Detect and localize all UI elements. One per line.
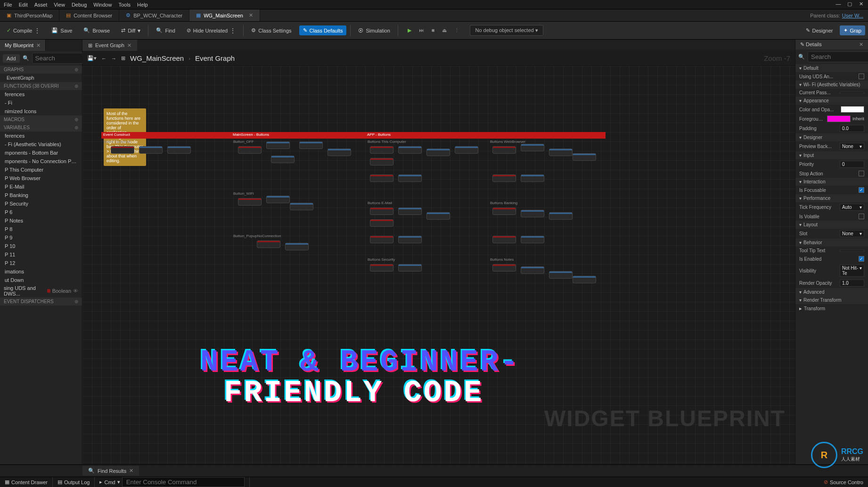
- bp-node[interactable]: [549, 149, 573, 156]
- tab-thirdperson[interactable]: ▣ ThirdPersonMap: [0, 9, 59, 21]
- bp-node[interactable]: [455, 146, 478, 154]
- tree-item[interactable]: P 8: [0, 225, 82, 233]
- functions-header[interactable]: FUNCTIONS (38 OVERRI⊕: [0, 82, 82, 90]
- bp-node[interactable]: [370, 158, 393, 165]
- tree-item[interactable]: ferences: [0, 132, 82, 140]
- checkbox[interactable]: [859, 214, 864, 219]
- add-button[interactable]: Add: [3, 54, 20, 63]
- tree-item[interactable]: P 11: [0, 250, 82, 259]
- step-button[interactable]: ⏭: [416, 25, 427, 35]
- dropdown[interactable]: None▾: [840, 143, 864, 150]
- bp-node[interactable]: [238, 198, 262, 206]
- tree-item[interactable]: nimized Icons: [0, 107, 82, 116]
- tree-item[interactable]: ut Down: [0, 276, 82, 284]
- visibility-icon[interactable]: 👁: [73, 288, 78, 294]
- back-button[interactable]: ←: [101, 56, 106, 61]
- region-bar[interactable]: APP - Buttons: [365, 132, 606, 139]
- detail-section-header[interactable]: ▾ Behavior: [795, 239, 868, 247]
- bp-node[interactable]: [370, 207, 393, 215]
- value-input[interactable]: 1.0: [840, 280, 864, 287]
- debug-object-select[interactable]: No debug object selected ▾: [470, 25, 543, 36]
- bp-node[interactable]: [111, 146, 134, 154]
- add-icon[interactable]: ⊕: [74, 299, 78, 304]
- macros-header[interactable]: MACROS⊕: [0, 116, 82, 124]
- bp-node[interactable]: [167, 146, 191, 154]
- tree-item[interactable]: mponents - Bottom Bar: [0, 149, 82, 157]
- bp-node[interactable]: [328, 149, 351, 156]
- bp-node[interactable]: [290, 203, 313, 210]
- variable-row[interactable]: sing UDS and DWS... Boolean 👁: [0, 284, 82, 297]
- add-icon[interactable]: ⊕: [74, 125, 78, 130]
- tree-item[interactable]: P Notes: [0, 216, 82, 225]
- bp-node[interactable]: [521, 236, 544, 243]
- checkbox[interactable]: [859, 171, 864, 176]
- close-icon[interactable]: ✕: [127, 42, 131, 49]
- tree-item[interactable]: P E-Mail: [0, 182, 82, 191]
- tab-contentbrowser[interactable]: ▤ Content Browser: [59, 9, 119, 21]
- bp-node[interactable]: [271, 156, 295, 163]
- close-icon[interactable]: ✕: [129, 468, 133, 474]
- menu-help[interactable]: Help: [137, 2, 148, 8]
- compile-button[interactable]: ✓Compile⋮: [3, 25, 44, 36]
- close-icon[interactable]: ✕: [859, 41, 863, 48]
- output-log-button[interactable]: ▤Output Log: [53, 477, 95, 487]
- bp-node[interactable]: [426, 149, 450, 156]
- color-swatch[interactable]: [827, 116, 851, 122]
- breadcrumb-asset[interactable]: WG_MainScreen: [130, 54, 184, 62]
- bp-node[interactable]: [398, 207, 422, 215]
- bp-node[interactable]: [426, 212, 450, 220]
- maximize-icon[interactable]: ▢: [846, 1, 853, 7]
- browse-button[interactable]: 🔍Browse: [80, 25, 114, 35]
- tab-bpcharacter[interactable]: ⚙ BP_WCW_Character: [119, 9, 189, 21]
- parent-class-value[interactable]: User W...: [842, 13, 863, 18]
- bp-node[interactable]: [238, 146, 262, 154]
- details-tab[interactable]: ✎ Details ✕: [795, 40, 868, 50]
- menu-file[interactable]: File: [4, 2, 12, 8]
- menu-debug[interactable]: Debug: [72, 2, 87, 8]
- bp-node[interactable]: [521, 174, 544, 182]
- graph-canvas[interactable]: Most of the functions here are considere…: [82, 66, 795, 464]
- tree-item[interactable]: P 12: [0, 259, 82, 267]
- bp-node[interactable]: [492, 207, 516, 215]
- tree-item[interactable]: P 10: [0, 242, 82, 250]
- breadcrumb-graph[interactable]: Event Graph: [195, 54, 235, 62]
- tab-mainscreen[interactable]: ▦ WG_MainScreen ✕: [189, 9, 260, 21]
- tree-item[interactable]: mponents - No Connection Popup: [0, 157, 82, 165]
- detail-section-header[interactable]: ▾ Interaction: [795, 178, 868, 186]
- value-input[interactable]: 0: [840, 161, 864, 168]
- play-options[interactable]: ⋮: [451, 25, 462, 35]
- source-control[interactable]: ⊘ Source Contro: [819, 477, 868, 487]
- tree-item[interactable]: P Security: [0, 199, 82, 208]
- stop-button[interactable]: ■: [429, 25, 438, 35]
- tree-item[interactable]: P This Computer: [0, 165, 82, 174]
- detail-section-header[interactable]: ▾ Advanced: [795, 288, 868, 296]
- tree-item[interactable]: P Web Browser: [0, 174, 82, 182]
- bp-node[interactable]: [521, 210, 544, 217]
- expand-icon[interactable]: ▸: [799, 305, 802, 312]
- bp-node[interactable]: [370, 264, 393, 272]
- detail-section-header[interactable]: ▾ Designer: [795, 133, 868, 141]
- menu-view[interactable]: View: [54, 2, 65, 8]
- class-defaults-button[interactable]: ✎Class Defaults: [299, 25, 347, 35]
- bp-node[interactable]: [492, 264, 516, 272]
- content-drawer-button[interactable]: ▦Content Drawer: [0, 477, 53, 487]
- bp-node[interactable]: [573, 276, 596, 283]
- tree-item-eventgraph[interactable]: EventGraph: [0, 74, 82, 82]
- designer-button[interactable]: ✎Designer: [802, 25, 837, 35]
- add-icon[interactable]: ⊕: [74, 117, 78, 122]
- close-icon[interactable]: ✕: [858, 1, 864, 7]
- bp-node[interactable]: [492, 174, 516, 182]
- add-icon[interactable]: ⊕: [74, 67, 78, 72]
- bp-node[interactable]: [257, 240, 280, 248]
- forward-button[interactable]: →: [111, 56, 116, 61]
- detail-section-header[interactable]: ▾ Input: [795, 151, 868, 159]
- play-button[interactable]: ▶: [405, 25, 414, 35]
- variables-header[interactable]: VARIABLES⊕: [0, 124, 82, 132]
- save-icon[interactable]: 💾▾: [87, 55, 97, 61]
- tree-item[interactable]: ferences: [0, 90, 82, 99]
- event-graph-tab[interactable]: ⊞ Event Graph ✕: [82, 40, 137, 51]
- bp-node[interactable]: [370, 219, 393, 227]
- detail-section-header[interactable]: ▾ Wi- Fi (Aesthetic Variables): [795, 81, 868, 89]
- bp-node[interactable]: [521, 266, 544, 274]
- hide-unrelated-button[interactable]: ⊘Hide Unrelated⋮: [183, 25, 239, 36]
